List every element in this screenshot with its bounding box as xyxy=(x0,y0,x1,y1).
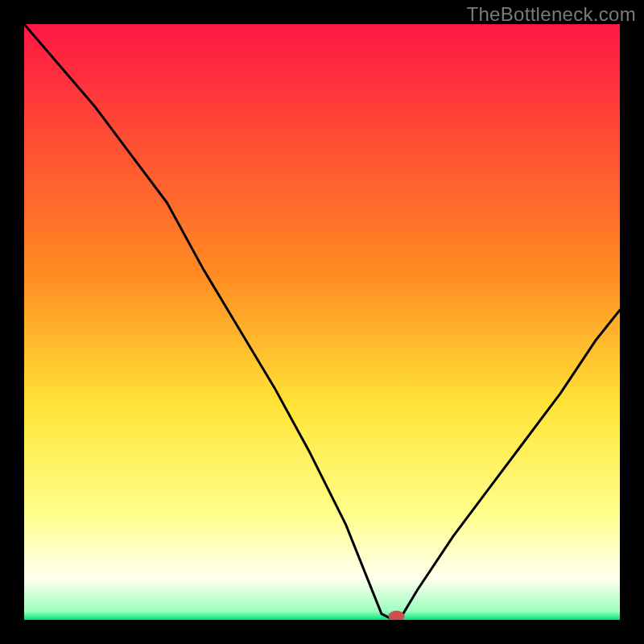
chart-frame: TheBottleneck.com xyxy=(0,0,644,644)
chart-svg xyxy=(24,24,620,620)
gradient-background xyxy=(24,24,620,620)
watermark-text: TheBottleneck.com xyxy=(466,3,636,26)
chart-plot-area xyxy=(24,24,620,620)
